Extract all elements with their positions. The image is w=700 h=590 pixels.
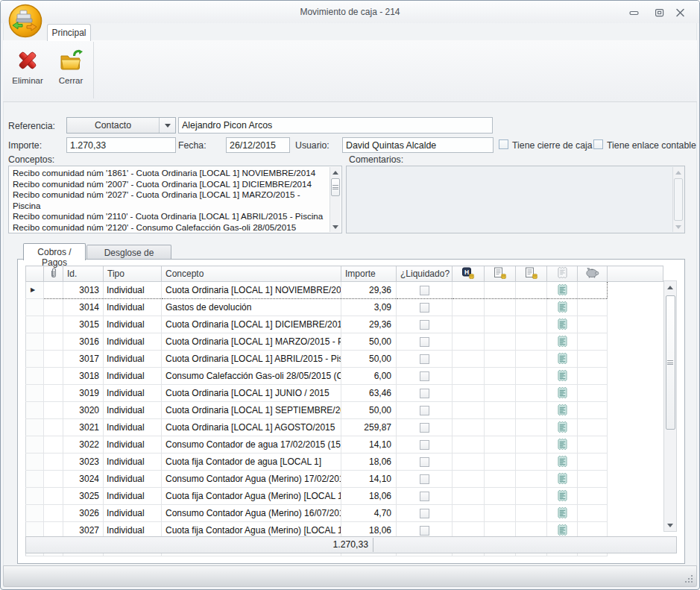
row-selector[interactable] xyxy=(26,419,44,436)
ribbon-tab-principal[interactable]: Principal xyxy=(47,24,91,41)
row-selector[interactable] xyxy=(26,299,44,316)
table-row[interactable]: 3016 Individual Cuota Ordinaria [LOCAL 1… xyxy=(26,333,663,351)
cell-receipt[interactable] xyxy=(547,436,578,454)
header-doc-coins-1[interactable] xyxy=(485,266,516,282)
liquidado-checkbox[interactable] xyxy=(420,406,429,415)
header-tipo[interactable]: Tipo xyxy=(104,266,162,282)
row-selector[interactable] xyxy=(26,385,44,402)
table-row[interactable]: 3020 Individual Cuota Ordinaria [LOCAL 1… xyxy=(26,402,663,419)
header-attachment[interactable] xyxy=(44,266,63,282)
grid-vscrollbar[interactable] xyxy=(663,280,677,532)
fecha-input[interactable] xyxy=(226,137,290,153)
cell-receipt[interactable] xyxy=(547,385,578,402)
comentarios-textarea[interactable] xyxy=(346,166,685,233)
app-menu-button[interactable] xyxy=(7,3,43,39)
table-row[interactable]: 3026 Individual Consumo Contador Agua (M… xyxy=(26,505,663,522)
minimize-button[interactable] xyxy=(625,7,642,18)
scroll-down-button[interactable] xyxy=(330,222,341,232)
table-row[interactable]: 3014 Individual Gastos de devolución 3,0… xyxy=(26,299,663,316)
cell-receipt[interactable] xyxy=(547,454,578,471)
scrollbar-thumb[interactable] xyxy=(666,295,675,430)
liquidado-checkbox[interactable] xyxy=(420,286,429,295)
table-row[interactable]: 3025 Individual Cuota fija Contador Agua… xyxy=(26,488,663,505)
scroll-up-button[interactable] xyxy=(330,167,341,178)
table-row[interactable]: 3024 Individual Consumo Contador Agua (M… xyxy=(26,471,663,488)
close-button[interactable] xyxy=(672,7,688,18)
cierre-caja-checkbox[interactable] xyxy=(499,139,508,149)
header-liquidado[interactable]: ¿Liquidado? xyxy=(397,266,453,282)
tab-cobros-pagos[interactable]: Cobros / Pagos xyxy=(23,243,86,260)
table-row[interactable]: 3019 Individual Cuota Ordinaria [LOCAL 1… xyxy=(26,385,663,402)
scroll-down-button[interactable] xyxy=(673,222,684,232)
liquidado-checkbox[interactable] xyxy=(420,474,429,484)
row-selector[interactable] xyxy=(26,402,44,419)
cell-receipt[interactable] xyxy=(547,471,578,488)
title-bar[interactable]: Movimiento de caja - 214 xyxy=(1,1,699,23)
cell-receipt[interactable] xyxy=(547,505,578,522)
cell-receipt[interactable] xyxy=(547,402,578,419)
scrollbar-thumb[interactable] xyxy=(674,178,683,221)
cell-receipt[interactable] xyxy=(547,351,578,368)
usuario-input[interactable] xyxy=(342,137,494,153)
header-id[interactable]: Id. xyxy=(63,266,104,282)
cerrar-button[interactable]: Cerrar xyxy=(51,43,91,97)
referencia-name-input[interactable] xyxy=(178,117,493,134)
comentarios-scrollbar[interactable] xyxy=(672,167,684,232)
scroll-up-button[interactable] xyxy=(664,281,676,293)
row-selector[interactable] xyxy=(26,471,44,488)
row-selector[interactable] xyxy=(26,368,44,385)
liquidado-checkbox[interactable] xyxy=(420,526,429,536)
scroll-up-button[interactable] xyxy=(673,167,684,178)
tab-desglose-importes[interactable]: Desglose de importes xyxy=(86,245,171,260)
conceptos-listbox[interactable]: Recibo comunidad núm '1861' - Cuota Ordi… xyxy=(8,166,342,233)
row-selector[interactable] xyxy=(26,316,44,333)
table-row[interactable]: 3023 Individual Cuota fija Contador de a… xyxy=(26,454,663,471)
header-doc-coins-2[interactable] xyxy=(516,266,547,282)
liquidado-checkbox[interactable] xyxy=(420,440,429,450)
row-selector[interactable] xyxy=(26,505,44,522)
row-selector[interactable] xyxy=(26,488,44,505)
cell-receipt[interactable] xyxy=(547,316,578,333)
enlace-contable-checkbox[interactable] xyxy=(593,139,603,149)
header-importe[interactable]: Importe xyxy=(341,266,397,282)
scrollbar-thumb[interactable] xyxy=(331,178,340,196)
table-row[interactable]: 3021 Individual Cuota Ordinaria [LOCAL 1… xyxy=(26,419,663,436)
row-selector[interactable] xyxy=(26,333,44,351)
conceptos-scrollbar[interactable] xyxy=(329,167,341,232)
table-row[interactable]: 3022 Individual Consumo Contador de agua… xyxy=(26,436,663,454)
liquidado-checkbox[interactable] xyxy=(420,303,429,313)
liquidado-checkbox[interactable] xyxy=(420,389,429,398)
cell-receipt[interactable] xyxy=(547,419,578,436)
cell-receipt[interactable] xyxy=(547,299,578,316)
liquidado-checkbox[interactable] xyxy=(420,423,429,433)
cell-receipt[interactable] xyxy=(547,488,578,505)
resize-grip[interactable] xyxy=(684,574,693,583)
cell-receipt[interactable] xyxy=(547,333,578,351)
row-selector[interactable] xyxy=(26,282,44,299)
row-selector[interactable] xyxy=(26,436,44,454)
liquidado-checkbox[interactable] xyxy=(420,509,429,518)
table-row[interactable]: 3013 Individual Cuota Ordinaria [LOCAL 1… xyxy=(26,282,663,299)
cell-receipt[interactable] xyxy=(547,282,578,299)
liquidado-checkbox[interactable] xyxy=(420,371,429,381)
header-piggy[interactable] xyxy=(578,266,608,282)
row-selector[interactable] xyxy=(26,454,44,471)
header-receipt[interactable] xyxy=(547,266,578,282)
header-doc-h[interactable]: H xyxy=(453,266,485,282)
dropdown-arrow-button[interactable] xyxy=(159,118,175,133)
row-selector[interactable] xyxy=(26,351,44,368)
eliminar-button[interactable]: Eliminar xyxy=(7,43,48,97)
liquidado-checkbox[interactable] xyxy=(420,354,429,364)
table-row[interactable]: 3017 Individual Cuota Ordinaria [LOCAL 1… xyxy=(26,351,663,368)
restore-button[interactable] xyxy=(651,7,667,18)
importe-input[interactable] xyxy=(66,137,176,153)
liquidado-checkbox[interactable] xyxy=(420,320,429,330)
liquidado-checkbox[interactable] xyxy=(420,457,429,467)
table-row[interactable]: 3018 Individual Consumo Calefacción Gas-… xyxy=(26,368,663,385)
liquidado-checkbox[interactable] xyxy=(420,492,429,501)
liquidado-checkbox[interactable] xyxy=(420,337,429,347)
header-concepto[interactable]: Concepto xyxy=(162,266,341,282)
table-row[interactable]: 3015 Individual Cuota Ordinaria [LOCAL 1… xyxy=(26,316,663,333)
cell-receipt[interactable] xyxy=(547,368,578,385)
scroll-down-button[interactable] xyxy=(664,519,676,531)
